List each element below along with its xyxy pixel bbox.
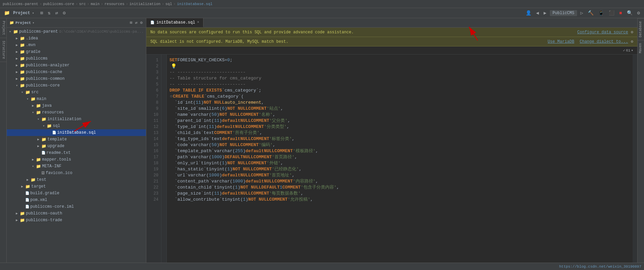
breadcrumb-file[interactable]: initDatabase.sql [177,2,213,6]
tree-item-label: target [31,184,46,189]
expand-arrow-icon: ▶ [36,144,40,148]
tree-item-publiccms-core-iml[interactable]: ▶ 📄 publiccms-core.iml [7,203,146,210]
tree-item-initdatabase-sql[interactable]: ▶ 📄 initDatabase.sql [7,129,146,136]
use-mariadb-link[interactable]: Use MariaDB [548,39,574,44]
breadcrumb-item[interactable]: sql [165,2,172,6]
breadcrumb-item[interactable]: publiccms-parent [3,2,38,6]
user-icon[interactable]: 👤 [524,9,533,16]
gutter [161,55,167,263]
tree-item-resources[interactable]: ▾ 📁 resources [7,109,146,116]
breadcrumb-item[interactable]: resources [105,2,124,6]
tree-item-mvn[interactable]: ▶ 📁 .mvn [7,42,146,48]
project-label[interactable]: Project [13,11,30,15]
tree-item-publiccms-analyzer[interactable]: ▶ 📁 publiccms-analyzer [7,62,146,69]
tree-item-label: initDatabase.sql [57,130,96,135]
project-icon: 📁 [9,21,14,25]
layout-icon[interactable]: ⊞ [39,9,44,16]
breadcrumb-sep: › [101,2,103,6]
code-line-19: `has_static` tinyint(1) NOT NULL COMMENT… [169,166,633,172]
expand-icon[interactable]: ▾ [631,48,633,53]
tree-item-test[interactable]: ▶ 📁 test [7,176,146,183]
breadcrumb-item[interactable]: initialization [129,2,160,6]
tree-item-readme-txt[interactable]: ▶ 📄 readme.txt [7,149,146,156]
tree-item-publiccms-cache[interactable]: ▶ 📁 publiccms-cache [7,69,146,75]
breadcrumb-sep: › [40,2,42,6]
fold-marker[interactable]: ⊟ [169,94,173,100]
tree-item-upgrade[interactable]: ▶ 📁 upgrade [7,143,146,149]
sidebar: 📁 Project ▾ ⊞ ⇄ ⚙ ▾ 📁 publiccms-parent [7,18,146,263]
device-icon[interactable]: 📱 [597,9,605,16]
gear-icon[interactable]: ⚙ [636,9,641,16]
forward-icon[interactable]: ▶ [542,9,547,16]
folder-icon: 📁 [36,164,41,169]
side-tab-maven[interactable]: Maven [638,40,644,56]
tree-item-main[interactable]: ▾ 📁 main [7,96,146,102]
expand-arrow-icon: ▶ [31,104,35,108]
tree-item-mapper-tools[interactable]: ▶ 📁 mapper.tools [7,156,146,163]
tree-item-publiccms-oauth[interactable]: ▶ 📁 publiccms-oauth [7,210,146,217]
search-icon[interactable]: 🔍 [626,9,634,16]
code-line-23: `page_size` int(11) default NULL COMMENT… [169,191,633,197]
expand-icon[interactable]: ⇅ [46,9,52,16]
toolbar-right: 👤 ◀ ▶ PublicCMS ▷ 🔨 📱 ⬛ ■ 🔍 ⚙ [524,9,641,16]
side-tab-project[interactable]: Project [0,18,6,38]
collapse-icon[interactable]: ⇄ [54,9,59,16]
terminal-icon[interactable]: ⬛ [607,9,616,16]
tree-item-build-gradle[interactable]: ▶ 📄 build.gradle [7,190,146,197]
tree-item-publiccms-trade[interactable]: ▶ 📁 publiccms-trade [7,217,146,224]
configure-datasource-link[interactable]: Configure data source [577,30,628,35]
sql-tab-icon: 📄 [150,21,154,25]
file-tabs: 📄 initDatabase.sql × [146,18,637,28]
xml-file-icon: 📄 [25,198,29,202]
change-dialect-link[interactable]: Change dialect to... [580,39,628,44]
breadcrumb-item[interactable]: src [79,2,86,6]
tree-item-sql[interactable]: ▾ 📁 sql [7,123,146,129]
cms-dropdown[interactable]: PublicCMS [550,10,577,16]
file-tab-label: initDatabase.sql [156,20,195,25]
layout-change-icon[interactable]: ⊞ [129,20,133,26]
run-icon[interactable]: ▷ [579,9,584,16]
tree-item-publiccms-parent[interactable]: ▾ 📁 publiccms-parent D:\Code\IDEA\Public… [7,28,146,35]
folder-icon: 📁 [41,137,46,142]
tree-item-publiccms-core[interactable]: ▾ 📁 publiccms-core [7,82,146,89]
tree-item-template[interactable]: ▶ 📁 template [7,136,146,143]
breadcrumb: publiccms-parent › publiccms-core › src … [0,0,644,8]
expand-arrow-icon: ▶ [36,171,40,175]
breadcrumb-item[interactable]: publiccms-core [43,2,74,6]
dialect-gear-icon[interactable]: ⚙ [631,39,633,44]
settings-icon[interactable]: ⚙ [62,9,67,16]
tree-item-target[interactable]: ▶ 📁 target [7,183,146,190]
folder-icon: 📁 [13,29,18,34]
tree-item-src[interactable]: ▾ 📁 src [7,89,146,96]
code-line-21: `content_path` varchar(1000) default NUL… [169,178,633,184]
stop-icon[interactable]: ■ [618,10,623,16]
tree-item-pom-xml[interactable]: ▶ 📄 pom.xml [7,197,146,203]
side-tab-database[interactable]: Database [638,18,644,40]
tree-item-initialization[interactable]: ▾ 📁 initialization [7,116,146,123]
collapse-all-icon[interactable]: ⇄ [135,20,138,26]
tree-item-meta-inf[interactable]: ▾ 📁 META-INF [7,163,146,170]
tree-item-idea[interactable]: ▶ 📁 .idea [7,35,146,42]
code-line-17: `path` varchar(1000) DEFAULT NULL COMMEN… [169,154,633,160]
expand-arrow-icon: ▾ [15,83,19,88]
tree-item-publiccms[interactable]: ▶ 📁 publiccms [7,55,146,62]
tree-item-favicon-ico[interactable]: ▶ 🖼 favicon.ico [7,170,146,176]
sidebar-title-label: Project [15,21,31,25]
chevron-down-icon[interactable]: ▾ [32,11,34,15]
tree-item-java[interactable]: ▶ 📁 java [7,102,146,109]
datasource-gear-icon[interactable]: ⚙ [631,30,633,35]
tree-item-publiccms-common[interactable]: ▶ 📁 publiccms-common [7,75,146,82]
file-tab-initdatabase[interactable]: 📄 initDatabase.sql × [146,18,203,27]
settings-sidebar-icon[interactable]: ⚙ [140,20,143,26]
side-tab-structure[interactable]: Structure [0,38,6,62]
sidebar-dropdown-icon[interactable]: ▾ [32,21,34,25]
tree-item-label: template [47,137,67,142]
tree-item-label: main [37,97,46,101]
tree-item-gradle[interactable]: ▶ 📁 gradle [7,48,146,55]
back-icon[interactable]: ◀ [535,9,540,16]
breadcrumb-item[interactable]: main [91,2,100,6]
close-tab-button[interactable]: × [197,21,199,24]
build-icon[interactable]: 🔨 [586,9,595,16]
code-line-1: SET FOREIGN_KEY_CHECKS=0; [169,57,633,63]
code-editor[interactable]: SET FOREIGN_KEY_CHECKS=0; 💡 -- ---------… [167,55,633,263]
